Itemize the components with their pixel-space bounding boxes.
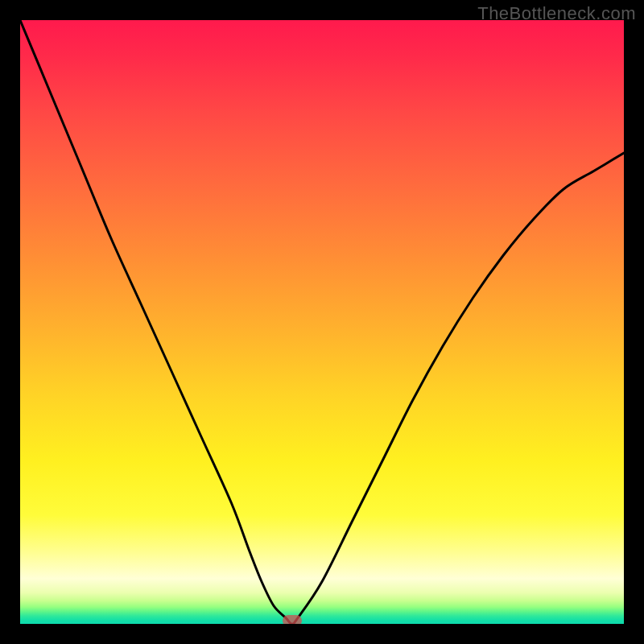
plot-area: [20, 20, 624, 624]
bottleneck-curve: [20, 20, 624, 624]
chart-frame: TheBottleneck.com: [0, 0, 644, 644]
minimum-marker: [283, 615, 302, 624]
watermark-text: TheBottleneck.com: [477, 3, 636, 24]
curve-svg: [20, 20, 624, 624]
